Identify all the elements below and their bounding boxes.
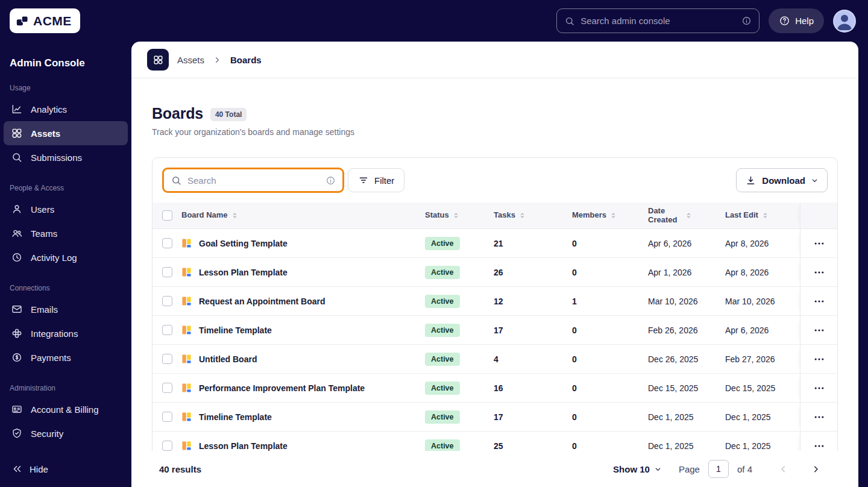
board-name-link[interactable]: Performance Improvement Plan Template xyxy=(199,383,365,393)
teams-icon xyxy=(11,227,23,239)
boards-table-card: Filter Download Board Name xyxy=(152,157,838,461)
last-edit-value: Feb 27, 2026 xyxy=(725,354,800,364)
row-checkbox[interactable] xyxy=(162,441,172,451)
select-all-checkbox[interactable] xyxy=(162,210,172,221)
column-header-tasks[interactable]: Tasks xyxy=(494,211,572,219)
sidebar-item-users[interactable]: Users xyxy=(4,197,128,221)
table-row: Timeline Template Active 17 0 Dec 1, 202… xyxy=(153,403,837,432)
row-checkbox[interactable] xyxy=(162,412,172,422)
table-search-input[interactable] xyxy=(187,175,320,186)
members-value: 0 xyxy=(572,354,648,364)
sidebar-item-label: Submissions xyxy=(31,152,82,163)
board-name-link[interactable]: Request an Appointment Board xyxy=(199,297,326,306)
section-label-connections: Connections xyxy=(0,284,131,292)
download-button[interactable]: Download xyxy=(736,168,828,192)
board-name-link[interactable]: Lesson Plan Template xyxy=(199,268,288,277)
avatar[interactable] xyxy=(833,10,856,33)
show-per-page-select[interactable]: Show 10 xyxy=(613,464,662,474)
sort-icon xyxy=(685,212,693,219)
row-checkbox[interactable] xyxy=(162,296,172,306)
sidebar-item-emails[interactable]: Emails xyxy=(4,297,128,321)
download-label: Download xyxy=(762,175,805,186)
row-checkbox[interactable] xyxy=(162,325,172,335)
board-icon xyxy=(181,296,192,306)
last-edit-value: Dec 1, 2025 xyxy=(725,441,800,451)
next-page-button[interactable] xyxy=(807,460,825,478)
tasks-value: 17 xyxy=(494,412,572,422)
sidebar-item-security[interactable]: Security xyxy=(4,421,128,445)
sidebar-item-assets[interactable]: Assets xyxy=(4,121,128,145)
date-created-value: Apr 6, 2026 xyxy=(648,239,725,248)
board-name-link[interactable]: Untitled Board xyxy=(199,354,257,364)
last-edit-value: Apr 8, 2026 xyxy=(725,239,800,248)
row-actions-button[interactable] xyxy=(809,291,829,312)
row-checkbox[interactable] xyxy=(162,238,172,248)
board-name-link[interactable]: Goal Setting Template xyxy=(199,239,288,248)
status-badge: Active xyxy=(425,237,460,250)
info-icon[interactable] xyxy=(741,16,752,26)
sidebar-item-account-billing[interactable]: Account & Billing xyxy=(4,397,128,421)
status-badge: Active xyxy=(425,382,460,395)
hide-sidebar-button[interactable]: Hide xyxy=(0,457,131,481)
status-badge: Active xyxy=(425,324,460,337)
row-actions-button[interactable] xyxy=(809,262,829,283)
date-created-value: Dec 1, 2025 xyxy=(648,441,725,451)
board-icon xyxy=(181,412,192,422)
help-button[interactable]: Help xyxy=(769,8,824,33)
row-actions-button[interactable] xyxy=(809,320,829,341)
section-label-people-access: People & Access xyxy=(0,184,131,192)
row-actions-button[interactable] xyxy=(809,378,829,398)
column-header-members[interactable]: Members xyxy=(572,211,648,219)
hide-label: Hide xyxy=(30,464,48,474)
row-checkbox[interactable] xyxy=(162,354,172,364)
help-label: Help xyxy=(795,16,814,26)
previous-page-button[interactable] xyxy=(774,460,792,478)
sidebar-item-activity-log[interactable]: Activity Log xyxy=(4,245,128,269)
last-edit-value: Mar 10, 2026 xyxy=(725,297,800,306)
page-subtitle: Track your organization's boards and man… xyxy=(152,127,838,137)
breadcrumb-assets-link[interactable]: Assets xyxy=(177,55,204,65)
sidebar-item-label: Payments xyxy=(31,353,71,363)
board-name-link[interactable]: Lesson Plan Template xyxy=(199,441,288,451)
row-actions-button[interactable] xyxy=(809,349,829,369)
activity-log-icon xyxy=(11,251,23,263)
search-icon xyxy=(564,16,575,27)
page-number-input[interactable] xyxy=(708,460,729,478)
content-panel: Assets Boards Boards 40 Total Track your… xyxy=(131,42,858,487)
sidebar-item-analytics[interactable]: Analytics xyxy=(4,97,128,121)
filter-button[interactable]: Filter xyxy=(348,168,404,192)
sidebar-item-teams[interactable]: Teams xyxy=(4,221,128,245)
board-icon xyxy=(181,267,192,277)
tasks-value: 26 xyxy=(494,268,572,277)
chevron-right-icon xyxy=(811,464,821,474)
sidebar-item-label: Activity Log xyxy=(31,253,77,263)
section-label-administration: Administration xyxy=(0,384,131,392)
page-of-label: of 4 xyxy=(737,464,752,474)
acme-logo[interactable]: ACME xyxy=(10,8,80,33)
sort-icon xyxy=(231,212,239,219)
admin-search-input[interactable] xyxy=(580,16,736,26)
search-icon xyxy=(171,175,182,186)
row-actions-button[interactable] xyxy=(809,233,829,254)
column-header-last-edit[interactable]: Last Edit xyxy=(725,211,800,219)
column-header-date-created[interactable]: Date Created xyxy=(648,207,725,224)
sidebar-item-payments[interactable]: Payments xyxy=(4,345,128,369)
last-edit-value: Apr 8, 2026 xyxy=(725,268,800,277)
row-checkbox[interactable] xyxy=(162,383,172,393)
topbar: ACME Help xyxy=(0,0,868,42)
row-checkbox[interactable] xyxy=(162,267,172,277)
last-edit-value: Dec 15, 2025 xyxy=(725,383,800,393)
column-header-board-name[interactable]: Board Name xyxy=(181,211,425,219)
sidebar-item-submissions[interactable]: Submissions xyxy=(4,145,128,169)
last-edit-value: Dec 1, 2025 xyxy=(725,412,800,422)
column-header-status[interactable]: Status xyxy=(425,211,494,219)
info-icon[interactable] xyxy=(326,175,336,186)
row-actions-button[interactable] xyxy=(809,407,829,427)
members-value: 1 xyxy=(572,297,648,306)
board-name-link[interactable]: Timeline Template xyxy=(199,325,272,335)
sidebar-item-integrations[interactable]: Integrations xyxy=(4,321,128,345)
tasks-value: 25 xyxy=(494,441,572,451)
board-name-link[interactable]: Timeline Template xyxy=(199,412,272,422)
shield-icon xyxy=(11,427,23,439)
members-value: 0 xyxy=(572,239,648,248)
